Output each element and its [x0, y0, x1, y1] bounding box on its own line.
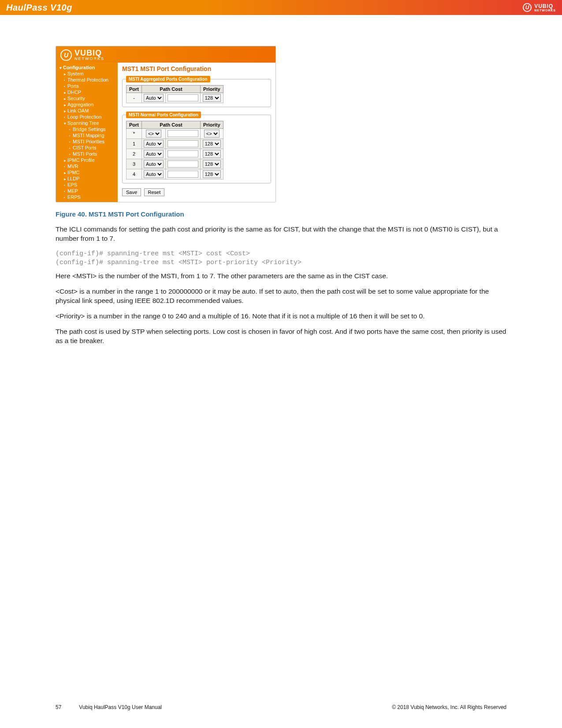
- sidebar-item[interactable]: Loop Protection: [58, 114, 116, 120]
- pathcost-select[interactable]: Auto: [144, 150, 164, 158]
- pathcost-input[interactable]: [167, 130, 198, 137]
- page-number: 57: [56, 704, 61, 710]
- table-row: *<><>: [127, 129, 223, 139]
- sidebar-item[interactable]: ERPS: [58, 194, 116, 200]
- pathcost-select[interactable]: Auto: [144, 160, 164, 168]
- sidebar-item[interactable]: CIST Ports: [58, 145, 116, 151]
- priority-select[interactable]: 128: [203, 170, 221, 178]
- sidebar-item-label: LLDP: [67, 176, 80, 181]
- sidebar-item[interactable]: MEP: [58, 188, 116, 194]
- paragraph: The path cost is used by STP when select…: [56, 327, 506, 346]
- sidebar-item[interactable]: EPS: [58, 182, 116, 188]
- priority-select[interactable]: 128: [203, 150, 221, 158]
- pathcost-cell: Auto: [142, 169, 166, 179]
- sidebar-item-label: ERPS: [67, 194, 81, 200]
- sidebar-item[interactable]: Configuration: [58, 64, 116, 71]
- sidebar-item[interactable]: DHCP: [58, 89, 116, 95]
- port-cell: 1: [127, 139, 142, 149]
- sidebar-item[interactable]: MSTI Ports: [58, 151, 116, 157]
- priority-cell: 128: [201, 159, 223, 169]
- sidebar-item[interactable]: Security: [58, 95, 116, 101]
- pathcost-value-cell: [166, 93, 201, 103]
- sidebar-item[interactable]: Ports: [58, 83, 116, 89]
- pathcost-cell: Auto: [142, 159, 166, 169]
- col-pathcost: Path Cost: [142, 86, 201, 93]
- bullet-icon: [64, 189, 67, 194]
- col-port: Port: [127, 86, 142, 93]
- sidebar-item-label: System: [67, 71, 84, 76]
- pathcost-input[interactable]: [167, 94, 198, 101]
- sidebar-item[interactable]: MVR: [58, 163, 116, 169]
- config-sidebar: ConfigurationSystemThermal ProtectionPor…: [56, 63, 118, 202]
- priority-select[interactable]: 128: [203, 140, 221, 148]
- priority-select[interactable]: 128: [203, 94, 221, 102]
- manual-title: Vubiq HaulPass V10g User Manual: [79, 704, 162, 710]
- reset-button[interactable]: Reset: [144, 188, 165, 196]
- priority-select[interactable]: <>: [204, 130, 220, 138]
- brand-line1: VUBIQ: [74, 49, 104, 57]
- col-port: Port: [127, 121, 142, 129]
- bullet-icon: [64, 84, 67, 89]
- chevron-right-icon: [64, 97, 67, 101]
- sidebar-item-label: MSTI Mapping: [73, 133, 104, 138]
- sidebar-item[interactable]: MSTI Priorities: [58, 138, 116, 145]
- sidebar-item[interactable]: IPMC Profile: [58, 157, 116, 163]
- sidebar-item-label: Spanning Tree: [67, 120, 99, 126]
- copyright: © 2018 Vubiq Networks, Inc. All Rights R…: [392, 704, 506, 710]
- page-footer: 57 Vubiq HaulPass V10g User Manual © 201…: [56, 704, 506, 710]
- port-cell: 4: [127, 169, 142, 179]
- table-row: 3Auto128: [127, 159, 223, 169]
- figure-caption: Figure 40. MST1 MSTI Port Configuration: [56, 210, 506, 218]
- sidebar-item[interactable]: Link OAM: [58, 108, 116, 114]
- priority-select[interactable]: 128: [203, 160, 221, 168]
- pathcost-select[interactable]: Auto: [144, 170, 164, 178]
- sidebar-item[interactable]: Thermal Protection: [58, 77, 116, 83]
- priority-cell: <>: [201, 129, 223, 139]
- table-row: -Auto128: [127, 93, 223, 103]
- sidebar-item[interactable]: Spanning Tree: [58, 120, 116, 126]
- sidebar-item[interactable]: Aggregation: [58, 101, 116, 108]
- pathcost-value-cell: [166, 149, 201, 159]
- sidebar-item-label: DHCP: [67, 90, 81, 95]
- pathcost-select[interactable]: <>: [146, 130, 161, 138]
- sidebar-item-label: IPMC: [67, 170, 80, 175]
- sidebar-item-label: MVR: [67, 164, 78, 169]
- table-normal: Port Path Cost Priority *<><>1Auto1282Au…: [126, 121, 223, 179]
- bullet-icon: [64, 164, 67, 169]
- pathcost-cell: <>: [142, 129, 166, 139]
- table-row: 2Auto128: [127, 149, 223, 159]
- sidebar-item[interactable]: LLDP: [58, 175, 116, 182]
- vubiq-logo: U VUBIQ NETWORKS: [523, 3, 556, 12]
- sidebar-item-label: Security: [67, 96, 85, 101]
- sidebar-item-label: MEP: [67, 188, 78, 194]
- chevron-right-icon: [64, 171, 67, 175]
- sidebar-item[interactable]: System: [58, 71, 116, 77]
- pathcost-input[interactable]: [167, 161, 198, 168]
- pathcost-cell: Auto: [142, 149, 166, 159]
- sidebar-item-label: Ports: [67, 83, 79, 89]
- chevron-right-icon: [64, 177, 67, 181]
- port-cell: 2: [127, 149, 142, 159]
- priority-cell: 128: [201, 93, 223, 103]
- port-cell: -: [127, 93, 142, 103]
- bullet-icon: [69, 134, 73, 138]
- pathcost-input[interactable]: [167, 140, 198, 147]
- config-ui-panel: U VUBIQ NETWORKS ConfigurationSystemTher…: [56, 46, 276, 202]
- sidebar-item-label: EPS: [67, 182, 77, 187]
- col-pathcost: Path Cost: [142, 121, 201, 129]
- chevron-right-icon: [64, 109, 67, 113]
- sidebar-item[interactable]: MSTI Mapping: [58, 132, 116, 138]
- sidebar-item[interactable]: IPMC: [58, 169, 116, 175]
- pathcost-value-cell: [166, 159, 201, 169]
- save-button[interactable]: Save: [122, 188, 141, 196]
- sidebar-item[interactable]: Bridge Settings: [58, 126, 116, 132]
- paragraph: Here <MSTI> is the number of the MSTI, f…: [56, 272, 506, 281]
- chevron-right-icon: [64, 158, 67, 163]
- pathcost-select[interactable]: Auto: [144, 94, 164, 102]
- legend-normal: MSTI Normal Ports Configuration: [126, 112, 201, 118]
- sidebar-item-label: Bridge Settings: [73, 127, 106, 132]
- pathcost-input[interactable]: [167, 171, 198, 178]
- pathcost-input[interactable]: [167, 150, 198, 157]
- pathcost-select[interactable]: Auto: [144, 140, 164, 148]
- ui-brand-header: U VUBIQ NETWORKS: [56, 46, 275, 63]
